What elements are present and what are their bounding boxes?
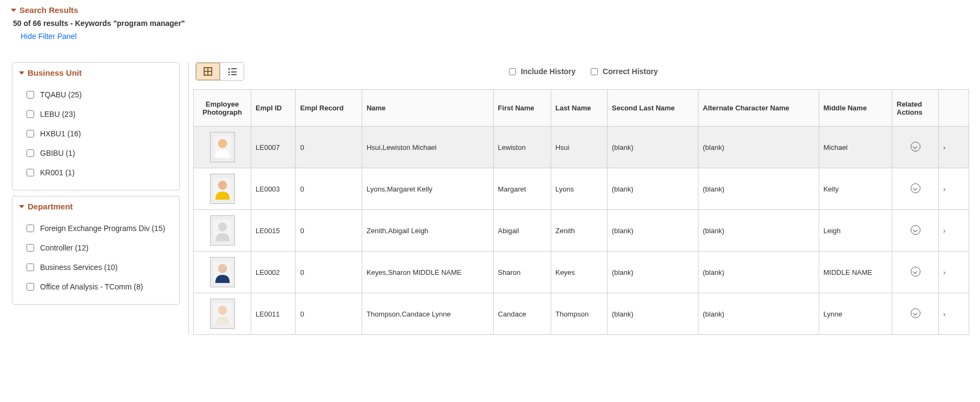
correct-history-input[interactable] [591,68,598,75]
cell-last-name: Hsui [551,127,607,168]
related-actions-cell [892,293,939,335]
employee-photo-cell [194,252,251,293]
chevron-right-icon[interactable]: › [943,310,945,318]
chevron-right-icon[interactable]: › [943,143,945,151]
department-checkbox[interactable] [27,244,34,252]
table-row[interactable]: LE00150Zenith,Abigail LeighAbigailZenith… [194,210,969,252]
cell-last-name: Lyons [551,168,607,210]
related-actions-icon[interactable] [911,267,920,276]
table-row[interactable]: LE00030Lyons,Margaret KellyMargaretLyons… [194,168,969,210]
employee-photo-cell [194,293,251,335]
col-last-name[interactable]: Last Name [551,90,607,127]
cell-empl-record: 0 [296,168,362,210]
cell-empl-id: LE0015 [251,210,296,252]
related-actions-icon[interactable] [911,142,920,151]
expand-row-cell: › [939,252,969,293]
expand-row-cell: › [939,293,969,335]
svg-point-5 [218,222,227,232]
filter-title: Department [28,202,73,211]
related-actions-icon[interactable] [911,225,920,235]
filter-department-header[interactable]: Department [12,196,179,215]
correct-history-label: Correct History [603,67,658,76]
col-empl-id[interactable]: Empl ID [251,90,296,127]
business-unit-checkbox[interactable] [27,169,34,176]
cell-alt-char-name: (blank) [698,168,819,210]
expand-row-cell: › [939,168,969,210]
col-middle-name[interactable]: Middle Name [819,90,892,127]
grid-view-button[interactable] [196,63,220,80]
avatar [210,174,235,204]
business-unit-checkbox[interactable] [27,91,34,98]
cell-alt-char-name: (blank) [698,293,819,335]
chevron-right-icon[interactable]: › [943,227,945,235]
business-unit-checkbox[interactable] [27,149,34,157]
col-photo[interactable]: Employee Photograph [194,90,251,127]
cell-second-last-name: (blank) [607,127,698,168]
department-checkbox[interactable] [27,225,34,232]
avatar [210,257,235,287]
cell-first-name: Lewiston [493,127,551,168]
department-label: Business Services (10) [40,263,117,272]
cell-empl-id: LE0011 [251,293,296,335]
employee-photo-cell [194,210,251,252]
cell-middle-name: MIDDLE NAME [819,252,892,293]
related-actions-cell [892,210,939,252]
list-icon [228,68,237,75]
table-row[interactable]: LE00070Hsui,Lewiston MichaelLewistonHsui… [194,127,969,168]
avatar [210,299,235,329]
include-history-input[interactable] [509,68,516,75]
include-history-label: Include History [521,67,576,76]
related-actions-icon[interactable] [911,308,920,318]
table-row[interactable]: LE00110Thompson,Candace LynneCandaceThom… [194,293,969,335]
related-actions-icon[interactable] [911,183,920,193]
hide-filter-panel-link[interactable]: Hide Filter Panel [21,32,969,41]
cell-last-name: Thompson [551,293,607,335]
business-unit-checkbox[interactable] [27,130,34,137]
cell-second-last-name: (blank) [607,293,698,335]
filter-title: Business Unit [28,68,82,77]
business-unit-label: TQABU (25) [40,90,82,99]
business-unit-item[interactable]: GBIBU (1) [24,143,171,163]
related-actions-cell [892,168,939,210]
correct-history-checkbox[interactable]: Correct History [589,67,658,77]
filter-business-unit-header[interactable]: Business Unit [12,63,179,82]
cell-name: Lyons,Margaret Kelly [362,168,493,210]
include-history-checkbox[interactable]: Include History [507,67,576,77]
department-item[interactable]: Foreign Exchange Programs Div (15) [24,219,171,238]
cell-empl-record: 0 [296,210,362,252]
col-empl-record[interactable]: Empl Record [296,90,362,127]
department-checkbox[interactable] [27,283,34,291]
business-unit-item[interactable]: LEBU (23) [24,104,171,124]
cell-name: Thompson,Candace Lynne [362,293,493,335]
view-toggle-group [195,62,244,81]
business-unit-item[interactable]: HXBU1 (16) [24,124,171,143]
svg-point-9 [218,306,227,315]
business-unit-item[interactable]: KR001 (1) [24,163,171,182]
section-title-text: Search Results [19,5,78,15]
business-unit-item[interactable]: TQABU (25) [24,85,171,104]
col-alt-char-name[interactable]: Alternate Character Name [698,90,819,127]
business-unit-label: KR001 (1) [40,168,75,177]
cell-last-name: Zenith [551,210,607,252]
department-item[interactable]: Controller (12) [24,238,171,258]
search-results-header[interactable]: Search Results [11,5,969,15]
table-row[interactable]: LE00020Keyes,Sharon MIDDLE NAMESharonKey… [194,252,969,293]
cell-alt-char-name: (blank) [698,127,819,168]
cell-last-name: Keyes [551,252,607,293]
business-unit-checkbox[interactable] [27,110,34,118]
chevron-down-icon [19,205,24,208]
chevron-right-icon[interactable]: › [943,185,945,193]
chevron-right-icon[interactable]: › [943,268,945,276]
col-related-actions[interactable]: Related Actions [892,90,939,127]
col-name[interactable]: Name [362,90,493,127]
department-item[interactable]: Business Services (10) [24,258,171,277]
department-label: Controller (12) [40,243,88,252]
chevron-down-icon [19,71,24,75]
list-view-button[interactable] [220,63,244,80]
filter-business-unit: Business Unit TQABU (25)LEBU (23)HXBU1 (… [12,62,180,190]
department-item[interactable]: Office of Analysis - TComm (8) [24,277,171,296]
col-second-last-name[interactable]: Second Last Name [607,90,698,127]
col-first-name[interactable]: First Name [493,90,551,127]
related-actions-cell [892,252,939,293]
department-checkbox[interactable] [27,263,34,271]
